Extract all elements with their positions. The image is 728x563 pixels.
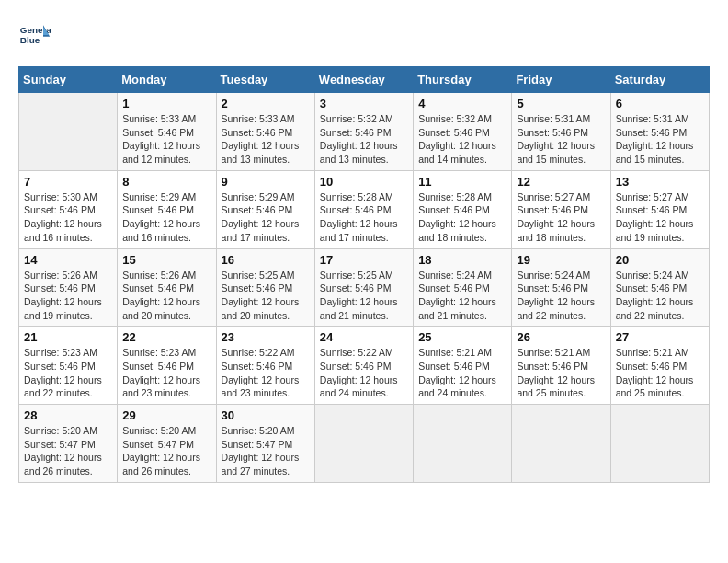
day-info: Sunrise: 5:24 AMSunset: 5:46 PMDaylight:…: [616, 269, 704, 323]
day-info: Sunrise: 5:29 AMSunset: 5:46 PMDaylight:…: [122, 190, 210, 245]
day-info: Sunrise: 5:33 AMSunset: 5:46 PMDaylight:…: [222, 112, 310, 167]
calendar-week-row: 7Sunrise: 5:30 AMSunset: 5:46 PMDaylight…: [19, 170, 710, 248]
calendar-cell: 2Sunrise: 5:33 AMSunset: 5:46 PMDaylight…: [216, 93, 314, 171]
calendar-cell: 18Sunrise: 5:24 AMSunset: 5:46 PMDayligh…: [414, 248, 512, 327]
calendar-week-row: 28Sunrise: 5:20 AMSunset: 5:47 PMDayligh…: [19, 405, 710, 483]
weekday-header-monday: Monday: [118, 67, 216, 93]
page-header: General Blue: [18, 18, 710, 52]
calendar-cell: 5Sunrise: 5:31 AMSunset: 5:46 PMDaylight…: [512, 93, 610, 171]
day-number: 14: [24, 253, 112, 267]
weekday-header-sunday: Sunday: [19, 67, 118, 93]
day-number: 10: [320, 175, 408, 189]
day-number: 17: [320, 253, 408, 267]
calendar-cell: 16Sunrise: 5:25 AMSunset: 5:46 PMDayligh…: [216, 248, 314, 327]
calendar-cell: 26Sunrise: 5:21 AMSunset: 5:46 PMDayligh…: [512, 327, 610, 405]
calendar-cell: 28Sunrise: 5:20 AMSunset: 5:47 PMDayligh…: [19, 405, 118, 483]
day-info: Sunrise: 5:32 AMSunset: 5:46 PMDaylight:…: [320, 112, 408, 167]
day-number: 13: [616, 175, 704, 189]
calendar-cell: 9Sunrise: 5:29 AMSunset: 5:46 PMDaylight…: [216, 170, 314, 248]
calendar-week-row: 1Sunrise: 5:33 AMSunset: 5:46 PMDaylight…: [19, 93, 710, 171]
day-number: 1: [122, 97, 210, 110]
day-number: 25: [418, 330, 506, 344]
day-info: Sunrise: 5:31 AMSunset: 5:46 PMDaylight:…: [517, 112, 605, 167]
calendar-cell: [314, 405, 413, 483]
day-number: 23: [222, 330, 310, 344]
calendar-cell: 19Sunrise: 5:24 AMSunset: 5:46 PMDayligh…: [512, 248, 610, 327]
day-info: Sunrise: 5:22 AMSunset: 5:46 PMDaylight:…: [320, 346, 408, 400]
day-info: Sunrise: 5:24 AMSunset: 5:46 PMDaylight:…: [517, 269, 605, 323]
day-info: Sunrise: 5:21 AMSunset: 5:46 PMDaylight:…: [616, 346, 704, 400]
day-info: Sunrise: 5:31 AMSunset: 5:46 PMDaylight:…: [616, 112, 704, 167]
day-number: 2: [222, 97, 310, 110]
calendar-cell: 13Sunrise: 5:27 AMSunset: 5:46 PMDayligh…: [610, 170, 709, 248]
day-number: 18: [418, 253, 506, 267]
calendar-cell: 17Sunrise: 5:25 AMSunset: 5:46 PMDayligh…: [314, 248, 413, 327]
day-number: 22: [122, 330, 210, 344]
day-number: 27: [616, 330, 704, 344]
calendar-body: 1Sunrise: 5:33 AMSunset: 5:46 PMDaylight…: [19, 93, 710, 483]
calendar-cell: 21Sunrise: 5:23 AMSunset: 5:46 PMDayligh…: [19, 327, 118, 405]
day-info: Sunrise: 5:22 AMSunset: 5:46 PMDaylight:…: [222, 346, 310, 400]
day-number: 4: [418, 97, 506, 110]
day-info: Sunrise: 5:28 AMSunset: 5:46 PMDaylight:…: [418, 190, 506, 245]
day-info: Sunrise: 5:20 AMSunset: 5:47 PMDaylight:…: [24, 424, 112, 478]
calendar-cell: [512, 405, 610, 483]
calendar-cell: 23Sunrise: 5:22 AMSunset: 5:46 PMDayligh…: [216, 327, 314, 405]
calendar-cell: 30Sunrise: 5:20 AMSunset: 5:47 PMDayligh…: [216, 405, 314, 483]
day-info: Sunrise: 5:32 AMSunset: 5:46 PMDaylight:…: [418, 112, 506, 167]
day-number: 30: [222, 408, 310, 422]
calendar-cell: 15Sunrise: 5:26 AMSunset: 5:46 PMDayligh…: [118, 248, 216, 327]
calendar-cell: 7Sunrise: 5:30 AMSunset: 5:46 PMDaylight…: [19, 170, 118, 248]
day-info: Sunrise: 5:23 AMSunset: 5:46 PMDaylight:…: [122, 346, 210, 400]
day-info: Sunrise: 5:24 AMSunset: 5:46 PMDaylight:…: [418, 269, 506, 323]
weekday-header-thursday: Thursday: [414, 67, 512, 93]
calendar-cell: 25Sunrise: 5:21 AMSunset: 5:46 PMDayligh…: [414, 327, 512, 405]
day-number: 11: [418, 175, 506, 189]
day-number: 19: [517, 253, 605, 267]
day-number: 7: [24, 175, 112, 189]
day-number: 8: [122, 175, 210, 189]
logo: General Blue: [18, 18, 55, 52]
logo-icon: General Blue: [18, 18, 51, 52]
day-number: 26: [517, 330, 605, 344]
calendar-cell: 20Sunrise: 5:24 AMSunset: 5:46 PMDayligh…: [610, 248, 709, 327]
day-number: 9: [222, 175, 310, 189]
calendar-cell: 6Sunrise: 5:31 AMSunset: 5:46 PMDaylight…: [610, 93, 709, 171]
day-info: Sunrise: 5:25 AMSunset: 5:46 PMDaylight:…: [222, 269, 310, 323]
day-info: Sunrise: 5:26 AMSunset: 5:46 PMDaylight:…: [122, 269, 210, 323]
calendar-cell: 12Sunrise: 5:27 AMSunset: 5:46 PMDayligh…: [512, 170, 610, 248]
day-info: Sunrise: 5:20 AMSunset: 5:47 PMDaylight:…: [222, 424, 310, 478]
day-number: 24: [320, 330, 408, 344]
calendar-cell: 22Sunrise: 5:23 AMSunset: 5:46 PMDayligh…: [118, 327, 216, 405]
calendar-cell: 14Sunrise: 5:26 AMSunset: 5:46 PMDayligh…: [19, 248, 118, 327]
day-info: Sunrise: 5:21 AMSunset: 5:46 PMDaylight:…: [517, 346, 605, 400]
day-number: 21: [24, 330, 112, 344]
day-info: Sunrise: 5:33 AMSunset: 5:46 PMDaylight:…: [122, 112, 210, 167]
day-number: 20: [616, 253, 704, 267]
calendar-cell: [19, 93, 118, 171]
calendar-cell: 29Sunrise: 5:20 AMSunset: 5:47 PMDayligh…: [118, 405, 216, 483]
svg-text:Blue: Blue: [20, 35, 40, 45]
day-number: 5: [517, 97, 605, 110]
calendar-week-row: 14Sunrise: 5:26 AMSunset: 5:46 PMDayligh…: [19, 248, 710, 327]
day-number: 3: [320, 97, 408, 110]
day-info: Sunrise: 5:20 AMSunset: 5:47 PMDaylight:…: [122, 424, 210, 478]
day-number: 6: [616, 97, 704, 110]
calendar-cell: 8Sunrise: 5:29 AMSunset: 5:46 PMDaylight…: [118, 170, 216, 248]
day-info: Sunrise: 5:25 AMSunset: 5:46 PMDaylight:…: [320, 269, 408, 323]
day-number: 15: [122, 253, 210, 267]
calendar-cell: 27Sunrise: 5:21 AMSunset: 5:46 PMDayligh…: [610, 327, 709, 405]
calendar-cell: 4Sunrise: 5:32 AMSunset: 5:46 PMDaylight…: [414, 93, 512, 171]
day-info: Sunrise: 5:23 AMSunset: 5:46 PMDaylight:…: [24, 346, 112, 400]
weekday-header-friday: Friday: [512, 67, 610, 93]
calendar-header-row: SundayMondayTuesdayWednesdayThursdayFrid…: [19, 67, 710, 93]
calendar-cell: [414, 405, 512, 483]
day-info: Sunrise: 5:21 AMSunset: 5:46 PMDaylight:…: [418, 346, 506, 400]
day-number: 29: [122, 408, 210, 422]
day-number: 12: [517, 175, 605, 189]
day-info: Sunrise: 5:28 AMSunset: 5:46 PMDaylight:…: [320, 190, 408, 245]
day-info: Sunrise: 5:26 AMSunset: 5:46 PMDaylight:…: [24, 269, 112, 323]
day-info: Sunrise: 5:29 AMSunset: 5:46 PMDaylight:…: [222, 190, 310, 245]
calendar-cell: 10Sunrise: 5:28 AMSunset: 5:46 PMDayligh…: [314, 170, 413, 248]
calendar-table: SundayMondayTuesdayWednesdayThursdayFrid…: [18, 66, 710, 483]
